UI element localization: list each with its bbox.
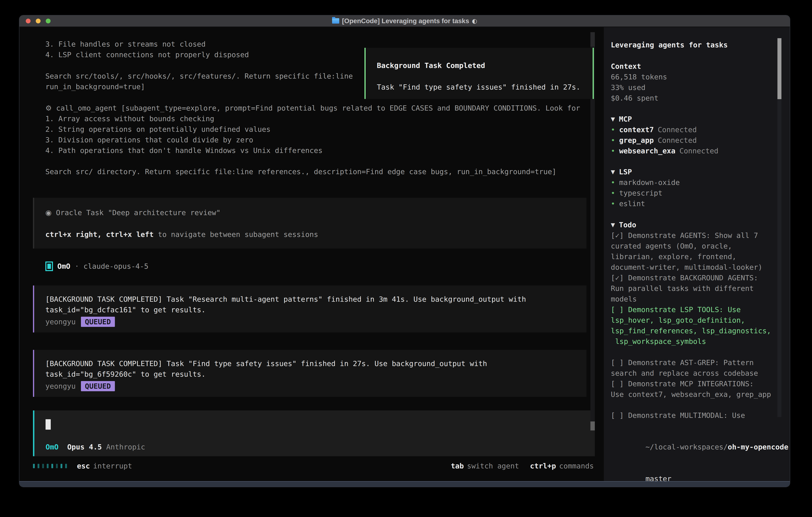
gear-icon: ⚙ [46,104,52,112]
terminal-window: [OpenCode] Leveraging agents for tasks ◐… [19,15,790,487]
status-dot-icon: • [611,124,615,135]
tool-call-header-text: call_omo_agent [subagent_type=explore, p… [52,104,580,112]
todo-line-active: lsp_workspace_symbols [611,336,790,347]
window-bottom-edge [19,481,790,487]
todo-line-done: models [611,294,790,304]
window-title: [OpenCode] Leveraging agents for tasks ◐ [332,17,477,25]
todo-line-done: document-writer, multimodal-looker) [611,262,790,272]
workspace-path: ~/local-workspaces/oh-my-opencode: [611,431,790,463]
branch-name: master [645,474,671,481]
separator-dot: · [75,261,79,272]
context-heading-text: Context [611,61,641,72]
prompt-input[interactable]: OmO Opus 4.5 Anthropic [33,410,595,456]
mcp-name: grep_app [619,135,654,145]
tool-call-tail: Search src/ directory. Return specific f… [46,166,595,177]
lsp-section-header[interactable]: ▼ LSP [611,166,790,177]
todo-line-pending: [ ] Demonstrate MULTIMODAL: Use [611,410,790,420]
tool-call-item: 3. Division operations that could divide… [46,135,595,145]
status-dot-icon: • [611,198,615,209]
notification-title: Background Task Completed [377,60,587,71]
task-user: yeongyu [46,318,76,326]
background-task-message: [BACKGROUND TASK COMPLETED] Task "Resear… [33,285,586,332]
background-task-message: [BACKGROUND TASK COMPLETED] Task "Find t… [33,350,586,397]
hint-keys: ctrl+x right, ctrl+x left [46,230,154,239]
todo-line-done: curated agents (OmO, oracle, [611,241,790,251]
mcp-item: • context7 Connected [611,124,790,135]
queued-badge: QUEUED [81,381,115,391]
todo-line-active: lsp_find_references, lsp_diagnostics, [611,325,790,336]
input-meta-row: OmO Opus 4.5 Anthropic [46,442,595,452]
input-provider-name: Anthropic [102,442,145,452]
context-spent: $0.46 spent [611,93,790,103]
window-title-text: [OpenCode] Leveraging agents for tasks [342,17,469,25]
tab-key: tab [451,462,464,470]
subagent-nav-hint: ctrl+x right, ctrl+x left to navigate be… [46,229,586,240]
fisheye-icon: ◉ [46,209,52,217]
esc-key: esc [77,462,90,470]
esc-label: interrupt [93,462,132,470]
todo-line-active: lsp_hover, lsp_goto_definition, [611,315,790,325]
chat-main-area[interactable]: 3. File handles or streams not closed 4.… [19,27,595,481]
agent-model: claude-opus-4-5 [84,261,148,272]
lsp-name: typescript [619,188,663,198]
mcp-name: context7 [619,124,654,135]
tab-label: switch agent [467,462,519,470]
oracle-task-title: ◉ Oracle Task "Deep architecture review" [46,207,586,218]
sidebar-scrollbar[interactable] [777,38,781,417]
todo-line-done: [✓] Demonstrate AGENTS: Show all 7 [611,230,790,241]
tool-call-header: ⚙ call_omo_agent [subagent_type=explore,… [46,103,595,113]
tab-shortcut: tab switch agent [451,462,519,470]
esc-shortcut: esc interrupt [77,462,132,470]
spinner-icon [33,464,67,468]
task-message-line: task_id="bg_dcfac161" to get results. [46,304,586,315]
task-message-line: [BACKGROUND TASK COMPLETED] Task "Resear… [46,294,586,304]
workspace-prefix: ~/local-workspaces/ [645,443,728,451]
ctrlp-label: commands [559,462,594,470]
tool-call-item: 4. Path operations that don't handle Win… [46,145,595,156]
mcp-item: • websearch_exa Connected [611,145,790,156]
context-tokens: 66,518 tokens [611,72,790,82]
task-message-line: [BACKGROUND TASK COMPLETED] Task "Find t… [46,358,586,369]
input-agent-name: OmO [46,442,59,452]
todo-line-pending: [ ] Demonstrate AST-GREP: Pattern [611,357,790,368]
todo-line-active: [ ] Demonstrate LSP TOOLS: Use [611,304,790,315]
session-title: Leveraging agents for tasks [611,39,790,50]
text-cursor [46,419,51,430]
agent-name: OmO [57,261,70,272]
context-heading: Context [611,61,790,72]
mcp-item: • grep_app Connected [611,135,790,145]
folder-icon [332,18,339,24]
queued-badge: QUEUED [81,317,115,327]
status-dot-icon: • [611,135,615,145]
close-button[interactable] [26,19,31,23]
lsp-heading-text: LSP [619,166,632,177]
half-circle-icon: ◐ [472,18,477,24]
status-dot-icon: • [611,188,615,198]
todo-heading-text: Todo [619,219,636,230]
chevron-down-icon: ▼ [611,116,615,122]
oracle-task-card: ◉ Oracle Task "Deep architecture review"… [33,198,586,248]
todo-line-pending: Use context7, websearch_exa, grep_app [611,389,790,400]
status-dot-icon: • [611,177,615,188]
todo-section-header[interactable]: ▼ Todo [611,219,790,230]
chevron-down-icon: ▼ [611,222,615,228]
chevron-down-icon: ▼ [611,169,615,175]
lsp-item: • markdown-oxide [611,177,790,188]
mcp-status: Connected [658,124,697,135]
workspace-repo: oh-my-opencode: [728,443,790,451]
todo-line-done: librarian, explore, frontend, [611,251,790,262]
minimize-button[interactable] [36,19,40,23]
mcp-status: Connected [679,145,718,156]
titlebar: [OpenCode] Leveraging agents for tasks ◐ [19,16,790,27]
input-model-name: Opus 4.5 [59,442,102,452]
main-scrollbar-thumb[interactable] [590,421,595,430]
mcp-section-header[interactable]: ▼ MCP [611,114,790,124]
todo-line-done: [✓] Demonstrate BACKGROUND AGENTS: [611,272,790,283]
zoom-button[interactable] [46,19,51,23]
agent-header: OmO · claude-opus-4-5 [19,261,595,272]
todo-line-pending: [ ] Demonstrate MCP INTEGRATIONS: [611,378,790,389]
sidebar-scrollbar-thumb[interactable] [777,38,781,99]
main-scrollbar-top-thumb[interactable] [590,32,595,47]
todo-line-done: Run parallel tasks with different [611,283,790,294]
task-user: yeongyu [46,382,76,390]
